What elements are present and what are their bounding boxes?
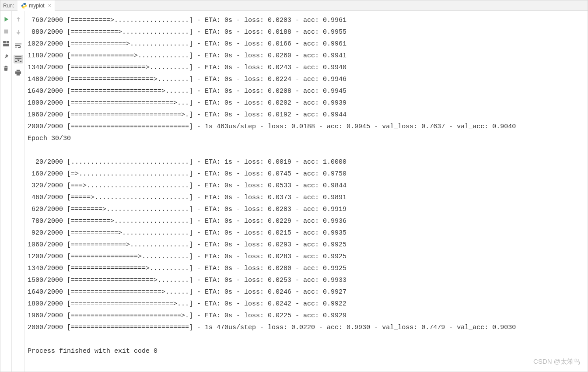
console-output[interactable]: 760/2000 [==========>...................… (25, 11, 588, 372)
svg-rect-0 (4, 30, 8, 34)
down-arrow-icon[interactable] (14, 28, 22, 36)
svg-rect-1 (3, 41, 6, 43)
layout-icon[interactable] (2, 40, 10, 48)
up-arrow-icon[interactable] (14, 15, 22, 23)
pin-icon[interactable] (2, 52, 10, 60)
console-text: 760/2000 [==========>...................… (28, 14, 588, 357)
run-label: Run: (0, 3, 18, 9)
stop-icon[interactable] (2, 28, 10, 35)
run-body: 760/2000 [==========>...................… (0, 11, 588, 372)
tab-bar: Run: myplot × (0, 0, 588, 11)
print-icon[interactable] (14, 69, 22, 77)
svg-rect-3 (3, 44, 9, 46)
close-icon[interactable]: × (46, 3, 51, 9)
rerun-icon[interactable] (2, 15, 10, 23)
trash-icon[interactable] (2, 64, 10, 72)
tab-label: myplot (29, 3, 44, 9)
svg-rect-2 (6, 41, 9, 43)
soft-wrap-icon[interactable] (14, 42, 22, 49)
console-action-gutter (12, 11, 25, 372)
run-tool-window: Run: myplot × (0, 0, 588, 372)
python-file-icon (21, 3, 27, 9)
run-action-gutter (0, 11, 12, 372)
tab-myplot[interactable]: myplot × (18, 0, 55, 11)
scroll-to-end-icon[interactable] (14, 55, 23, 63)
